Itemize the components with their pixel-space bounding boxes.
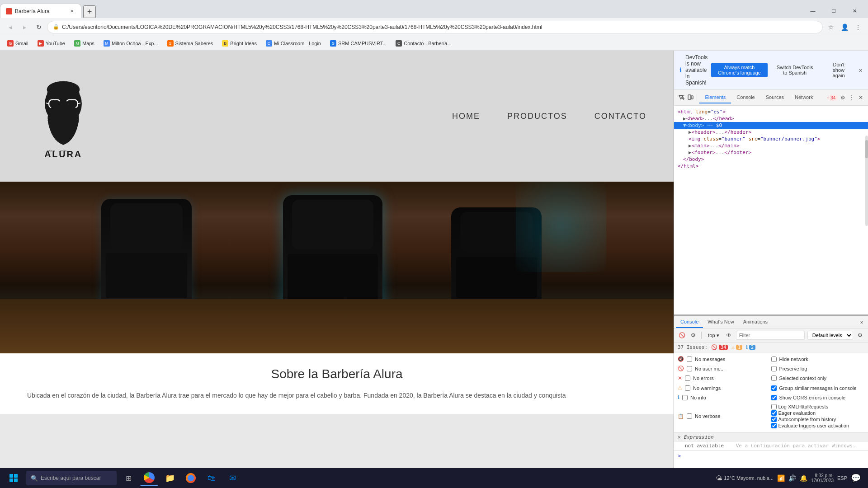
no-user-label: No user me... — [695, 366, 725, 371]
issues-warning-badge[interactable]: ⚠ 1 — [731, 344, 742, 350]
console-extra-settings[interactable]: ⚙ — [856, 330, 864, 340]
issues-info-badge[interactable]: ℹ 2 — [746, 344, 755, 350]
clock[interactable]: 8:32 p.m. 17/01/2023 — [811, 473, 834, 483]
tab-sources[interactable]: Sources — [760, 92, 789, 103]
bookmark-youtube[interactable]: ▶ YouTube — [34, 39, 69, 47]
log-level-select[interactable]: Default levels — [807, 331, 853, 340]
eager-eval-checkbox[interactable] — [771, 410, 777, 416]
taskbar-system: 🌤 12°C Mayorm. nubla... 📶 🔊 🔔 8:32 p.m. … — [712, 473, 864, 483]
no-user-checkbox[interactable] — [687, 366, 692, 371]
html-node-header[interactable]: ▶<header>...</header> — [674, 129, 868, 136]
browser-tab[interactable]: Barbería Alura ✕ — [0, 4, 81, 18]
tab-elements[interactable]: Elements — [699, 92, 731, 103]
forward-button[interactable]: ▸ — [18, 21, 31, 33]
devtools-panel: ℹ DevTools is now available in Spanish! … — [674, 51, 868, 488]
show-cors-checkbox[interactable] — [771, 395, 777, 400]
notification-close-icon[interactable]: ✕ — [859, 66, 863, 74]
group-similar-checkbox[interactable] — [771, 385, 777, 391]
close-bottom-panel[interactable]: ✕ — [857, 318, 866, 327]
console-filter-input[interactable] — [736, 331, 805, 340]
bookmark-classroom[interactable]: C Mi Classroom - Login — [262, 39, 325, 47]
more-tabs-button[interactable] — [818, 92, 826, 103]
console-settings-button[interactable]: ⚙ — [689, 330, 698, 340]
html-node-main[interactable]: ▶<main>...</main> — [674, 142, 868, 149]
bookmarks-bar: G Gmail ▶ YouTube M Maps M Milton Ochoa … — [0, 36, 868, 51]
inspect-element-button[interactable] — [678, 93, 685, 103]
bookmark-gmail[interactable]: G Gmail — [4, 39, 32, 47]
notification-center[interactable]: 🔔 — [800, 474, 807, 482]
close-button[interactable]: ✕ — [844, 4, 864, 18]
no-verbose-checkbox[interactable] — [687, 413, 692, 419]
volume-icon[interactable]: 🔊 — [788, 474, 796, 482]
tab-close-button[interactable]: ✕ — [68, 8, 75, 15]
html-node-html[interactable]: <html lang="es"> — [674, 108, 868, 115]
minimize-button[interactable]: — — [803, 4, 823, 18]
console-input[interactable] — [684, 453, 864, 459]
no-messages-icon: 🔇 — [678, 356, 684, 362]
bookmark-saberes[interactable]: S Sistema Saberes — [164, 39, 217, 47]
no-errors-checkbox[interactable] — [685, 375, 690, 381]
customize-button[interactable]: ⋮ — [848, 93, 855, 103]
bookmark-milton[interactable]: M Milton Ochoa - Exp... — [100, 39, 162, 47]
taskbar-store[interactable]: 🛍 — [203, 470, 221, 486]
scroll-thumb[interactable] — [865, 140, 868, 158]
tab-animations[interactable]: Animations — [739, 316, 772, 328]
taskbar-task-view[interactable]: ⊞ — [119, 470, 137, 486]
issues-button[interactable]: ! 34 — [827, 93, 837, 103]
autocomplete-checkbox[interactable] — [771, 417, 777, 422]
no-info-checkbox[interactable] — [682, 395, 688, 400]
taskbar-file-explorer[interactable]: 📁 — [161, 470, 179, 486]
eye-button[interactable]: 👁 — [725, 330, 733, 340]
switch-devtools-button[interactable]: Switch DevTools to Spanish — [771, 63, 819, 77]
html-node-img[interactable]: <img class="banner" src="banner/banner.j… — [674, 136, 868, 142]
html-node-footer[interactable]: ▶<footer>...</footer> — [674, 149, 868, 156]
expression-close-icon[interactable]: ✕ — [678, 434, 681, 440]
taskbar-chrome[interactable] — [140, 470, 158, 486]
svg-text:ESTD: ESTD — [47, 150, 55, 153]
start-button[interactable] — [4, 470, 24, 486]
close-devtools-button[interactable]: ✕ — [857, 93, 864, 103]
profile-button[interactable]: 👤 — [838, 21, 851, 33]
tab-network[interactable]: Network — [789, 92, 818, 103]
reload-button[interactable]: ↻ — [33, 21, 45, 33]
html-node-body[interactable]: ▼<body> == $0 — [674, 122, 868, 129]
hide-network-checkbox[interactable] — [771, 357, 777, 362]
dont-show-again-button[interactable]: Don't show again — [822, 60, 855, 80]
new-tab-button[interactable]: + — [83, 5, 96, 18]
log-xml-checkbox[interactable] — [771, 404, 777, 409]
bookmark-contacto[interactable]: C Contacto - Barbería... — [392, 39, 455, 47]
tab-console-bottom[interactable]: Console — [676, 316, 703, 328]
bookmark-srm[interactable]: S SRM CAMPUSVIRT... — [326, 39, 390, 47]
tab-console[interactable]: Console — [731, 92, 760, 103]
preserve-log-checkbox[interactable] — [771, 366, 777, 371]
tab-whats-new[interactable]: What's New — [703, 316, 738, 328]
notifications-button[interactable]: 💬 — [851, 473, 861, 483]
taskbar-search[interactable]: 🔍 Escribe aquí para buscar — [26, 471, 117, 485]
nav-productos[interactable]: PRODUCTOS — [507, 112, 567, 121]
maximize-button[interactable]: ☐ — [824, 4, 844, 18]
html-node-head[interactable]: ▶<head>...</head> — [674, 115, 868, 122]
back-button[interactable]: ◂ — [4, 21, 16, 33]
no-warnings-checkbox[interactable] — [685, 385, 690, 391]
device-toolbar-button[interactable] — [687, 93, 694, 103]
no-info-icon: ℹ — [678, 394, 679, 400]
bookmark-button[interactable]: ☆ — [825, 21, 837, 33]
clear-console-button[interactable]: 🚫 — [678, 330, 686, 340]
taskbar-mail[interactable]: ✉ — [223, 470, 241, 486]
bookmark-bright[interactable]: B Bright Ideas — [218, 39, 260, 47]
nav-home[interactable]: HOME — [452, 112, 480, 121]
address-bar[interactable]: 🔒 C:/Users/escritorio/Documents/LOGICA%2… — [47, 21, 823, 33]
network-icon[interactable]: 📶 — [777, 474, 785, 482]
no-messages-checkbox[interactable] — [687, 357, 692, 362]
taskbar-firefox[interactable] — [182, 470, 200, 486]
issues-error-badge[interactable]: 🚫 34 — [711, 344, 728, 350]
nav-contacto[interactable]: CONTACTO — [594, 112, 646, 121]
top-context-selector[interactable]: top ▾ — [705, 332, 722, 339]
evaluate-triggers-checkbox[interactable] — [771, 423, 777, 428]
always-match-button[interactable]: Always match Chrome's language — [711, 63, 767, 77]
selected-context-checkbox[interactable] — [771, 375, 777, 381]
language-indicator[interactable]: ESP — [837, 475, 847, 481]
bookmark-maps[interactable]: M Maps — [71, 39, 98, 47]
menu-button[interactable]: ⋮ — [852, 21, 864, 33]
settings-button[interactable]: ⚙ — [839, 93, 846, 103]
